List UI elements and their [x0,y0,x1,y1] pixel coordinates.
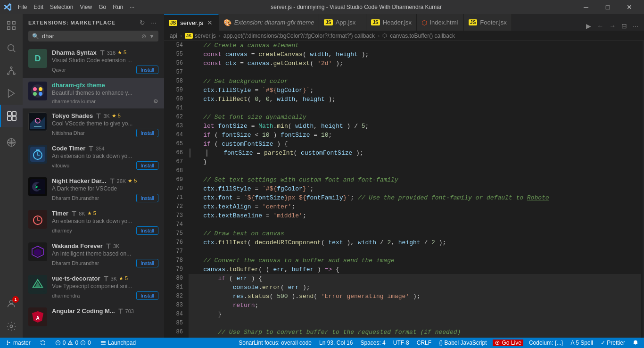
code-token: ). [266,337,277,338]
code-token: Math [258,122,273,131]
code-token: = [248,50,258,59]
list-item[interactable]: Code Timer 354 An extension to track dow… [23,141,164,174]
tab-app-jsx[interactable]: JS App.jsx [319,14,366,31]
branch-status[interactable]: master [4,340,33,346]
menu-go[interactable]: Go [96,3,109,11]
prettier-status[interactable]: ✓ Prettier [599,340,627,346]
more-actions-button[interactable]: ··· [631,21,640,31]
codeium-text: Codeium: {...} [529,340,563,346]
line-ending-status[interactable]: CRLF [415,340,433,346]
notifications[interactable] [631,340,640,346]
menu-run[interactable]: Run [110,3,126,11]
close-button[interactable]: ✕ [619,0,640,14]
maximize-button[interactable]: □ [597,0,619,14]
tab-header-jsx[interactable]: JS Header.jsx [366,14,417,31]
menu-more[interactable]: ··· [127,3,137,11]
code-editor[interactable]: 54 55 56 57 58 59 60 61 62 63 64 65 66 6… [164,41,644,338]
breadcrumb-separator: › [219,33,221,39]
filter-icon[interactable]: ▼ [149,33,155,40]
activity-bar: 1 [0,14,23,338]
code-line: ctx . textBaseline = 'middle' ; [189,211,641,220]
list-item[interactable]: >_ Night Hacker Dar... 26K ★ 5 A Dark th… [23,174,164,206]
ext-stars: ★ 5 [128,178,137,184]
list-item[interactable]: Timer 8K ★ 5 An extension to track down … [23,206,164,239]
language-status[interactable]: {} Babel JavaScript [437,340,488,346]
launchpad-status[interactable]: Launchpad [99,340,138,346]
clear-search-icon[interactable]: ⊘ [141,33,146,40]
install-button[interactable]: Install [136,259,158,267]
ext-desc: Vue Typescript component sni... [52,283,158,290]
go-forward-button[interactable]: → [607,21,618,31]
svg-rect-6 [12,112,16,116]
code-token: . [258,283,262,292]
activity-explorer[interactable] [0,14,23,37]
activity-run[interactable] [0,82,23,105]
install-button[interactable]: Install [136,291,158,300]
codeium-status[interactable]: Codeium: {...} [527,340,565,346]
svg-point-41 [70,344,71,344]
line-number: 58 [164,77,183,86]
code-token: ( [248,238,255,247]
code-token: createCanvas [258,50,303,59]
spell-check-status[interactable]: A 5 Spell [569,340,595,346]
activity-extensions[interactable] [0,105,23,127]
tab-server-js[interactable]: JS server.js ✕ [164,14,219,31]
code-token: , [258,95,266,104]
tab-close-icon[interactable]: ✕ [206,19,214,26]
breadcrumb-item[interactable]: api [170,33,177,39]
ext-name-row: Night Hacker Dar... 26K ★ 5 [52,177,158,184]
install-button[interactable]: Install [136,226,158,235]
search-input[interactable] [42,33,139,40]
activity-search[interactable] [0,37,23,59]
menu-selection[interactable]: Selection [47,3,76,11]
activity-source-control[interactable] [0,59,23,82]
code-token: ); [409,292,420,301]
menu-file[interactable]: File [15,3,30,11]
sonar-status[interactable]: SonarLint focus: overall code [237,340,314,346]
list-item[interactable]: D Dharma Syntax 316 ★ 5 Visual Studio Co… [23,45,164,78]
split-editor-button[interactable]: ⊟ [619,21,629,31]
breadcrumb-item[interactable]: app.get('/:dimensions/:bgColor?/:fgColor… [223,33,375,39]
tab-ext-dharam[interactable]: 🎨 Extension: dharam-gfx theme [219,14,320,31]
tab-lang-icon: JS [324,19,332,25]
install-button[interactable]: Install [136,66,158,74]
gear-icon[interactable]: ⚙ [153,98,158,105]
breadcrumb-item[interactable]: JS server.js [185,33,216,39]
refresh-extensions-button[interactable]: ↻ [138,18,147,27]
code-line [189,247,641,256]
list-item[interactable]: A Angular 2 Coding M... 703 [23,304,164,330]
code-content[interactable]: // Create a canvas element const canvas … [187,41,643,338]
list-item[interactable]: vue-ts-decorator 3K ★ 5 Vue Typescript c… [23,271,164,304]
activity-settings[interactable] [0,315,23,338]
tab-footer-jsx[interactable]: JS Footer.jsx [464,14,512,31]
run-button[interactable]: ▶ [584,21,593,31]
code-token: ctx [203,193,214,202]
list-item[interactable]: Wakanda Forever 3K An intelligent theme … [23,239,164,271]
code-token: ; [291,202,295,211]
encoding-status[interactable]: UTF-8 [391,340,411,346]
code-token: buffer [244,337,266,338]
menu-edit[interactable]: Edit [31,3,46,11]
error-count[interactable]: 0 0 i 0 [53,340,93,346]
position-status[interactable]: Ln 93, Col 16 [317,340,355,346]
activity-remote[interactable] [0,131,23,154]
go-back-button[interactable]: ← [595,21,605,31]
breadcrumb-item[interactable]: ⬡ canvas.toBuffer() callback [382,33,455,39]
spaces-status[interactable]: Spaces: 4 [358,340,387,346]
sync-status[interactable] [38,340,48,346]
minimize-button[interactable]: ─ [575,0,597,14]
activity-accounts[interactable]: 1 [0,292,23,315]
list-item[interactable]: Tokyo Shades 3K ★ 5 Cool VScode theme to… [23,108,164,141]
code-token: } [189,310,222,319]
tab-index-html[interactable]: ⬡ index.html [417,14,464,31]
menu-view[interactable]: View [77,3,95,11]
avatar: D [28,49,47,68]
go-live-status[interactable]: Go Live [493,340,523,346]
list-item[interactable]: dharam-gfx theme Beautiful themes to enh… [23,78,164,108]
install-button[interactable]: Install [136,161,158,170]
install-button[interactable]: Install [136,129,158,137]
prettier-text: ✓ Prettier [601,340,625,346]
install-button[interactable]: Install [136,194,158,202]
filter-extensions-button[interactable]: ··· [149,18,158,27]
code-token: = [253,149,264,157]
